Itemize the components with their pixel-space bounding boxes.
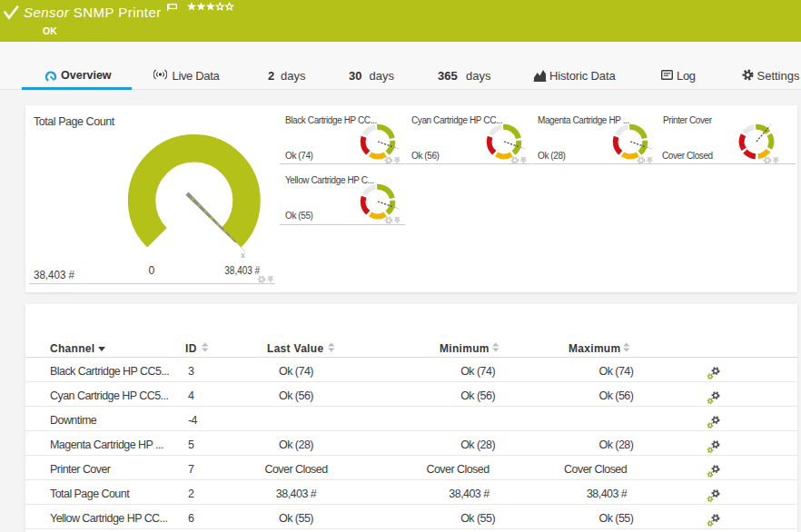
svg-text:x: x: [241, 251, 245, 260]
